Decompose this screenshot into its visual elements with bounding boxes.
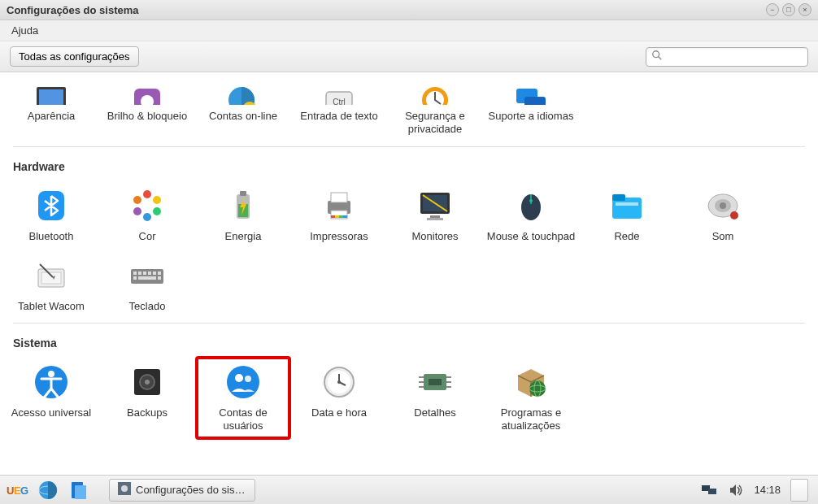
item-mouse[interactable]: Mouse & touchpad <box>483 180 579 250</box>
search-input[interactable] <box>666 51 803 63</box>
minimize-button[interactable]: − <box>766 3 779 16</box>
launcher-menu[interactable]: UEG <box>3 478 31 502</box>
svg-point-48 <box>730 211 738 219</box>
monitors-icon <box>416 186 455 225</box>
item-printers[interactable]: Impressoras <box>291 180 387 250</box>
item-label: Brilho & bloqueio <box>102 110 192 123</box>
speaker-icon <box>703 186 742 225</box>
item-monitors[interactable]: Monitores <box>387 180 483 250</box>
svg-point-23 <box>133 207 141 215</box>
item-label: Mouse & touchpad <box>486 230 576 243</box>
item-label: Impressoras <box>294 230 384 243</box>
item-label: Rede <box>582 230 672 243</box>
svg-line-1 <box>659 57 662 60</box>
clock-icon <box>320 363 359 402</box>
menu-help[interactable]: Ajuda <box>5 21 45 40</box>
show-desktop-button[interactable] <box>790 479 808 502</box>
svg-rect-31 <box>331 215 335 218</box>
item-color[interactable]: Cor <box>99 180 195 250</box>
svg-rect-29 <box>331 193 347 202</box>
svg-point-69 <box>235 374 243 382</box>
item-energy[interactable]: Energia <box>195 180 291 250</box>
task-label: Configurações do sis… <box>136 484 245 496</box>
item-details[interactable]: Detalhes <box>387 356 483 440</box>
svg-rect-77 <box>429 379 442 385</box>
svg-rect-93 <box>75 485 86 499</box>
launcher-browser[interactable] <box>34 478 62 502</box>
item-label: Suporte a idiomas <box>486 110 576 123</box>
section-personal-grid: Aparência Brilho & bloqueio Contas on-li… <box>0 72 818 143</box>
shield-icon <box>416 82 455 105</box>
item-sound[interactable]: Som <box>675 180 771 250</box>
panel-clock[interactable]: 14:18 <box>754 484 781 496</box>
item-bluetooth[interactable]: Bluetooth <box>3 180 99 250</box>
item-universal-access[interactable]: Acesso universal <box>3 356 99 440</box>
content-area: Aparência Brilho & bloqueio Contas on-li… <box>0 72 818 475</box>
section-system-header: Sistema <box>0 324 818 353</box>
svg-rect-60 <box>133 276 137 280</box>
item-keyboard[interactable]: Teclado <box>99 250 195 319</box>
item-backups[interactable]: Backups <box>99 356 195 440</box>
item-label: Monitores <box>390 230 480 243</box>
svg-point-70 <box>245 376 251 382</box>
window-controls: − □ × <box>766 3 811 16</box>
svg-point-19 <box>143 190 151 198</box>
svg-rect-57 <box>148 272 151 275</box>
item-language[interactable]: Suporte a idiomas <box>483 76 579 143</box>
svg-point-20 <box>153 196 161 204</box>
section-system-grid: Acesso universal Backups Contas de usuár… <box>0 353 818 440</box>
item-brightness[interactable]: Brilho & bloqueio <box>99 76 195 143</box>
item-label: Bluetooth <box>7 230 96 243</box>
svg-rect-62 <box>158 276 161 280</box>
item-wacom[interactable]: Tablet Wacom <box>3 250 99 319</box>
package-globe-icon <box>511 363 550 402</box>
item-security[interactable]: Segurança e privacidade <box>387 76 483 143</box>
svg-rect-97 <box>708 489 716 494</box>
item-label: Tablet Wacom <box>7 300 96 313</box>
svg-point-18 <box>142 201 152 211</box>
battery-icon <box>224 186 263 225</box>
close-button[interactable]: × <box>798 3 811 16</box>
search-icon <box>651 50 666 63</box>
users-icon <box>224 363 263 402</box>
brightness-icon <box>128 82 167 105</box>
accessibility-icon <box>32 363 71 402</box>
all-settings-button[interactable]: Todas as configurações <box>10 46 139 67</box>
color-icon <box>128 186 167 225</box>
svg-point-75 <box>337 380 341 384</box>
item-label: Acesso universal <box>7 406 96 419</box>
item-label: Backups <box>102 406 192 419</box>
launcher-files[interactable] <box>65 478 93 502</box>
task-settings[interactable]: Configurações do sis… <box>109 479 255 502</box>
ctrl-key-icon: Ctrl <box>320 82 359 105</box>
svg-rect-55 <box>138 272 141 275</box>
item-online-accounts[interactable]: Contas on-line <box>195 76 291 143</box>
svg-rect-26 <box>240 191 246 196</box>
titlebar: Configurações do sistema − □ × <box>0 0 818 20</box>
safe-icon <box>128 363 167 402</box>
svg-rect-43 <box>612 194 625 201</box>
item-datetime[interactable]: Data e hora <box>291 356 387 440</box>
item-network[interactable]: Rede <box>579 180 675 250</box>
svg-text:U: U <box>7 484 14 497</box>
item-label: Aparência <box>7 110 96 123</box>
svg-point-68 <box>227 366 259 398</box>
svg-rect-50 <box>41 272 61 284</box>
search-box[interactable] <box>646 47 808 67</box>
maximize-button[interactable]: □ <box>782 3 795 16</box>
svg-rect-33 <box>339 215 343 218</box>
svg-point-24 <box>133 196 141 204</box>
svg-rect-38 <box>427 218 443 220</box>
item-updates[interactable]: Programas e atualizações <box>483 356 579 440</box>
monitor-icon <box>32 82 71 105</box>
svg-rect-56 <box>143 272 146 275</box>
item-appearance[interactable]: Aparência <box>3 76 99 143</box>
volume-tray-icon[interactable] <box>728 482 744 498</box>
svg-rect-16 <box>524 97 546 105</box>
network-tray-icon[interactable] <box>702 482 718 498</box>
svg-point-64 <box>48 371 54 377</box>
item-label: Cor <box>102 230 192 243</box>
item-user-accounts[interactable]: Contas de usuários <box>195 356 291 440</box>
item-text-entry[interactable]: Ctrl Entrada de texto <box>291 76 387 143</box>
item-label: Segurança e privacidade <box>390 110 480 137</box>
